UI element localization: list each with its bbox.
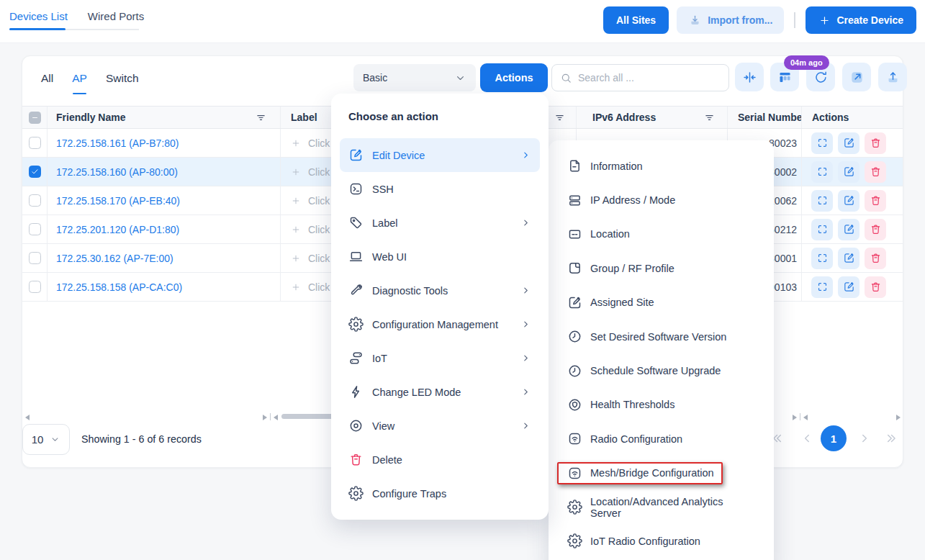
row-checkbox[interactable] bbox=[29, 166, 41, 178]
filter-tab-all[interactable]: All bbox=[41, 72, 53, 85]
row-checkbox[interactable] bbox=[29, 194, 41, 207]
tag-icon bbox=[348, 215, 364, 230]
chevron-down-icon bbox=[50, 434, 60, 445]
view-select[interactable]: Basic bbox=[353, 64, 476, 91]
submenu-item-set-desired-software-version[interactable]: Set Desired Software Version bbox=[559, 320, 764, 353]
delete-device-button[interactable] bbox=[865, 219, 886, 240]
create-device-button[interactable]: Create Device bbox=[806, 6, 916, 34]
edit-device-button[interactable] bbox=[838, 190, 859, 212]
submenu-item-radio-configuration[interactable]: Radio Configuration bbox=[559, 422, 764, 456]
eye-icon bbox=[348, 418, 364, 433]
delete-device-button[interactable] bbox=[865, 190, 886, 212]
edit-icon bbox=[567, 295, 582, 310]
submenu-item-health-thresholds[interactable]: Health Thresholds bbox=[559, 388, 764, 422]
trash-icon bbox=[348, 452, 364, 467]
records-summary: Showing 1 - 6 of 6 records bbox=[81, 433, 202, 445]
file-icon bbox=[567, 261, 582, 276]
pane-split-arrow[interactable] bbox=[793, 415, 797, 420]
delete-device-button[interactable] bbox=[865, 132, 886, 154]
scroll-left-arrow[interactable] bbox=[25, 415, 30, 420]
delete-device-button[interactable] bbox=[865, 161, 886, 183]
submenu-item-label: IoT Radio Configuration bbox=[590, 536, 700, 547]
edit-device-button[interactable] bbox=[838, 276, 859, 298]
prev-page-button[interactable] bbox=[800, 431, 814, 446]
row-checkbox[interactable] bbox=[29, 252, 41, 264]
select-all-checkbox[interactable] bbox=[29, 112, 41, 124]
row-checkbox[interactable] bbox=[29, 223, 41, 235]
pane-split-arrow[interactable] bbox=[803, 415, 808, 420]
device-link[interactable]: 172.25.158.160 (AP-80:00) bbox=[48, 166, 178, 178]
expand-device-button[interactable] bbox=[811, 132, 833, 154]
export-button[interactable] bbox=[842, 63, 871, 91]
menu-item-delete[interactable]: Delete bbox=[340, 443, 540, 477]
filter-icon[interactable] bbox=[703, 112, 716, 124]
pane-split-arrow[interactable] bbox=[263, 415, 267, 420]
collapse-columns-button[interactable] bbox=[735, 63, 764, 91]
submenu-item-location[interactable]: Location bbox=[559, 217, 764, 251]
submenu-item-information[interactable]: Information bbox=[559, 149, 764, 183]
submenu-item-label: Health Thresholds bbox=[590, 399, 674, 410]
menu-item-ssh[interactable]: SSH bbox=[340, 172, 540, 206]
expand-device-button[interactable] bbox=[811, 161, 833, 183]
upload-button[interactable] bbox=[878, 63, 907, 91]
menu-item-edit-device[interactable]: Edit Device bbox=[340, 138, 540, 172]
current-page-button[interactable]: 1 bbox=[821, 425, 847, 451]
submenu-item-assigned-site[interactable]: Assigned Site bbox=[559, 286, 764, 320]
submenu-item-label: IP Address / Mode bbox=[590, 194, 675, 206]
menu-item-configuration-management[interactable]: Configuration Management bbox=[340, 307, 540, 341]
filter-tab-switch[interactable]: Switch bbox=[106, 72, 139, 85]
expand-device-button[interactable] bbox=[811, 276, 833, 298]
submenu-item-mesh-bridge-configuration[interactable]: Mesh/Bridge Configuration bbox=[559, 456, 764, 490]
actions-button[interactable]: Actions bbox=[480, 63, 548, 92]
next-page-button[interactable] bbox=[857, 431, 872, 446]
filter-icon[interactable] bbox=[255, 112, 267, 124]
submenu-item-iot-radio-configuration[interactable]: IoT Radio Configuration bbox=[559, 524, 764, 558]
chevron-down-icon bbox=[454, 72, 466, 84]
laptop-icon bbox=[348, 249, 364, 264]
edit-device-button[interactable] bbox=[838, 248, 859, 269]
menu-item-configure-traps[interactable]: Configure Traps bbox=[340, 477, 540, 510]
device-link[interactable]: 172.25.158.161 (AP-B7:80) bbox=[48, 137, 179, 149]
pane-split-divider bbox=[270, 413, 271, 420]
tab-wired-ports[interactable]: Wired Ports bbox=[88, 10, 144, 22]
edit-device-button[interactable] bbox=[838, 132, 859, 154]
row-checkbox[interactable] bbox=[29, 137, 41, 149]
import-from-button[interactable]: Import from... bbox=[677, 6, 784, 34]
expand-device-button[interactable] bbox=[811, 219, 833, 240]
expand-icon bbox=[816, 252, 829, 264]
edit-device-button[interactable] bbox=[838, 219, 859, 240]
edit-device-button[interactable] bbox=[838, 161, 859, 183]
submenu-item-schedule-software-upgrade[interactable]: Schedule Software Upgrade bbox=[559, 353, 764, 387]
menu-item-change-led-mode[interactable]: Change LED Mode bbox=[340, 375, 540, 409]
menu-item-iot[interactable]: IoT bbox=[340, 341, 540, 375]
plus-icon bbox=[291, 167, 301, 177]
delete-device-button[interactable] bbox=[865, 248, 886, 269]
menu-item-label[interactable]: Label bbox=[340, 206, 540, 240]
search-input[interactable] bbox=[578, 72, 721, 83]
submenu-item-ip-address-mode[interactable]: IP Address / Mode bbox=[559, 183, 764, 217]
expand-device-button[interactable] bbox=[811, 190, 833, 212]
device-link[interactable]: 172.25.201.120 (AP-D1:80) bbox=[48, 224, 179, 235]
expand-device-button[interactable] bbox=[811, 248, 833, 269]
submenu-items: Information IP Address / Mode Location G… bbox=[559, 149, 764, 559]
device-link[interactable]: 172.25.158.158 (AP-CA:C0) bbox=[48, 281, 182, 293]
menu-item-diagnostic-tools[interactable]: Diagnostic Tools bbox=[340, 274, 540, 307]
device-link[interactable]: 172.25.30.162 (AP-7E:00) bbox=[48, 253, 173, 264]
tab-devices-list[interactable]: Devices List bbox=[9, 10, 68, 22]
edit-icon bbox=[843, 252, 855, 264]
submenu-item-group-rf-profile[interactable]: Group / RF Profile bbox=[559, 251, 764, 285]
all-sites-button[interactable]: All Sites bbox=[603, 6, 669, 34]
device-link[interactable]: 172.25.158.170 (AP-EB:40) bbox=[48, 195, 180, 207]
submenu-item-location-advanced-analytics-server[interactable]: Location/Advanced Analytics Server bbox=[559, 490, 764, 524]
delete-device-button[interactable] bbox=[865, 276, 886, 298]
row-checkbox[interactable] bbox=[29, 281, 41, 293]
pane-split-arrow[interactable] bbox=[274, 415, 278, 420]
scroll-right-arrow[interactable] bbox=[896, 415, 901, 420]
last-page-button[interactable] bbox=[885, 431, 899, 446]
menu-item-web-ui[interactable]: Web UI bbox=[340, 240, 540, 274]
page-size-select[interactable]: 10 bbox=[22, 424, 70, 455]
filter-tab-ap[interactable]: AP bbox=[72, 72, 87, 85]
menu-item-view[interactable]: View bbox=[340, 409, 540, 443]
filter-icon[interactable] bbox=[554, 112, 566, 124]
submenu-item-label: Set Desired Software Version bbox=[590, 331, 726, 343]
